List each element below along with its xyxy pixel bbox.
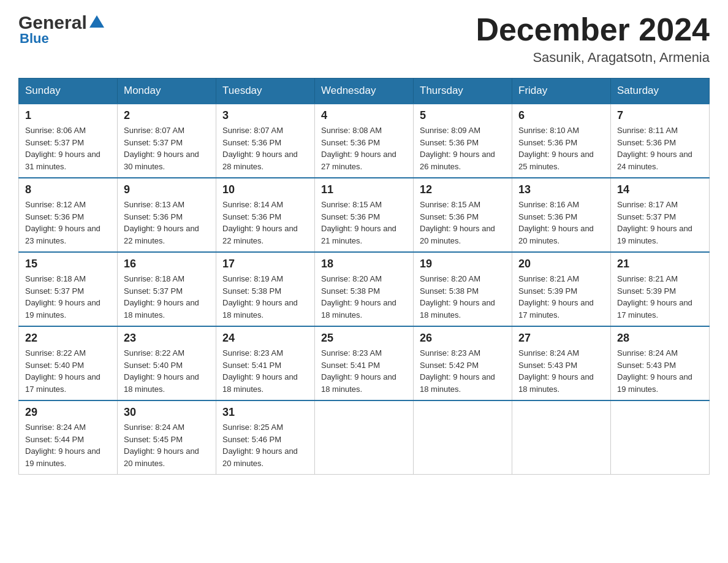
- col-header-saturday: Saturday: [611, 79, 710, 104]
- calendar-cell: 5Sunrise: 8:09 AMSunset: 5:36 PMDaylight…: [414, 104, 512, 178]
- col-header-wednesday: Wednesday: [315, 79, 414, 104]
- day-info: Sunrise: 8:09 AMSunset: 5:36 PMDaylight:…: [420, 124, 506, 172]
- day-number: 5: [420, 109, 506, 122]
- day-number: 13: [518, 183, 604, 196]
- svg-marker-0: [89, 15, 104, 28]
- day-info: Sunrise: 8:21 AMSunset: 5:39 PMDaylight:…: [518, 273, 604, 321]
- calendar-cell: 29Sunrise: 8:24 AMSunset: 5:44 PMDayligh…: [19, 400, 118, 475]
- calendar-cell: 21Sunrise: 8:21 AMSunset: 5:39 PMDayligh…: [611, 252, 710, 326]
- day-number: 25: [321, 332, 407, 345]
- calendar-cell: 28Sunrise: 8:24 AMSunset: 5:43 PMDayligh…: [611, 326, 710, 400]
- day-number: 3: [222, 109, 308, 122]
- day-number: 27: [518, 332, 604, 345]
- day-info: Sunrise: 8:15 AMSunset: 5:36 PMDaylight:…: [420, 199, 506, 247]
- day-info: Sunrise: 8:13 AMSunset: 5:36 PMDaylight:…: [124, 199, 210, 247]
- day-number: 19: [420, 258, 506, 270]
- day-number: 24: [222, 332, 308, 345]
- day-number: 30: [124, 406, 210, 419]
- col-header-thursday: Thursday: [414, 79, 512, 104]
- day-number: 28: [617, 332, 703, 345]
- calendar-cell: 10Sunrise: 8:14 AMSunset: 5:36 PMDayligh…: [216, 178, 315, 252]
- calendar-cell: 11Sunrise: 8:15 AMSunset: 5:36 PMDayligh…: [315, 178, 414, 252]
- week-row-4: 22Sunrise: 8:22 AMSunset: 5:40 PMDayligh…: [19, 326, 710, 400]
- calendar-cell: [512, 400, 611, 475]
- day-number: 7: [617, 109, 703, 122]
- day-info: Sunrise: 8:17 AMSunset: 5:37 PMDaylight:…: [617, 199, 703, 247]
- calendar-cell: 3Sunrise: 8:07 AMSunset: 5:36 PMDaylight…: [216, 104, 315, 178]
- day-info: Sunrise: 8:20 AMSunset: 5:38 PMDaylight:…: [420, 273, 506, 321]
- logo-triangle-icon: [88, 14, 105, 31]
- day-info: Sunrise: 8:06 AMSunset: 5:37 PMDaylight:…: [25, 124, 111, 172]
- day-info: Sunrise: 8:10 AMSunset: 5:36 PMDaylight:…: [518, 124, 604, 172]
- col-header-tuesday: Tuesday: [216, 79, 315, 104]
- day-info: Sunrise: 8:23 AMSunset: 5:42 PMDaylight:…: [420, 347, 506, 395]
- calendar-cell: 18Sunrise: 8:20 AMSunset: 5:38 PMDayligh…: [315, 252, 414, 326]
- day-number: 31: [222, 406, 308, 419]
- day-number: 23: [124, 332, 210, 345]
- calendar-cell: 15Sunrise: 8:18 AMSunset: 5:37 PMDayligh…: [19, 252, 118, 326]
- day-info: Sunrise: 8:21 AMSunset: 5:39 PMDaylight:…: [617, 273, 703, 321]
- calendar-cell: [611, 400, 710, 475]
- calendar-cell: 14Sunrise: 8:17 AMSunset: 5:37 PMDayligh…: [611, 178, 710, 252]
- page-header: General Blue December 2024 Sasunik, Arag…: [18, 12, 710, 66]
- day-info: Sunrise: 8:18 AMSunset: 5:37 PMDaylight:…: [25, 273, 111, 321]
- day-info: Sunrise: 8:22 AMSunset: 5:40 PMDaylight:…: [25, 347, 111, 395]
- day-info: Sunrise: 8:18 AMSunset: 5:37 PMDaylight:…: [124, 273, 210, 321]
- day-number: 29: [25, 406, 111, 419]
- day-info: Sunrise: 8:07 AMSunset: 5:36 PMDaylight:…: [222, 124, 308, 172]
- day-info: Sunrise: 8:24 AMSunset: 5:45 PMDaylight:…: [124, 421, 210, 469]
- calendar-cell: 12Sunrise: 8:15 AMSunset: 5:36 PMDayligh…: [414, 178, 512, 252]
- day-number: 8: [25, 183, 111, 196]
- week-row-1: 1Sunrise: 8:06 AMSunset: 5:37 PMDaylight…: [19, 104, 710, 178]
- calendar-cell: 9Sunrise: 8:13 AMSunset: 5:36 PMDaylight…: [118, 178, 216, 252]
- col-header-sunday: Sunday: [19, 79, 118, 104]
- logo-general: General: [18, 12, 87, 33]
- calendar-cell: 25Sunrise: 8:23 AMSunset: 5:41 PMDayligh…: [315, 326, 414, 400]
- day-info: Sunrise: 8:24 AMSunset: 5:44 PMDaylight:…: [25, 421, 111, 469]
- calendar-table: SundayMondayTuesdayWednesdayThursdayFrid…: [18, 78, 710, 475]
- col-header-monday: Monday: [118, 79, 216, 104]
- day-info: Sunrise: 8:11 AMSunset: 5:36 PMDaylight:…: [617, 124, 703, 172]
- calendar-cell: 2Sunrise: 8:07 AMSunset: 5:37 PMDaylight…: [118, 104, 216, 178]
- calendar-cell: 23Sunrise: 8:22 AMSunset: 5:40 PMDayligh…: [118, 326, 216, 400]
- day-info: Sunrise: 8:23 AMSunset: 5:41 PMDaylight:…: [222, 347, 308, 395]
- title-section: December 2024 Sasunik, Aragatsotn, Armen…: [476, 12, 710, 66]
- day-number: 1: [25, 109, 111, 122]
- day-info: Sunrise: 8:15 AMSunset: 5:36 PMDaylight:…: [321, 199, 407, 247]
- day-info: Sunrise: 8:24 AMSunset: 5:43 PMDaylight:…: [617, 347, 703, 395]
- page-title: December 2024: [476, 12, 710, 47]
- day-number: 9: [124, 183, 210, 196]
- day-info: Sunrise: 8:19 AMSunset: 5:38 PMDaylight:…: [222, 273, 308, 321]
- day-number: 26: [420, 332, 506, 345]
- day-info: Sunrise: 8:16 AMSunset: 5:36 PMDaylight:…: [518, 199, 604, 247]
- calendar-cell: 7Sunrise: 8:11 AMSunset: 5:36 PMDaylight…: [611, 104, 710, 178]
- calendar-cell: 16Sunrise: 8:18 AMSunset: 5:37 PMDayligh…: [118, 252, 216, 326]
- calendar-cell: 19Sunrise: 8:20 AMSunset: 5:38 PMDayligh…: [414, 252, 512, 326]
- calendar-cell: 30Sunrise: 8:24 AMSunset: 5:45 PMDayligh…: [118, 400, 216, 475]
- day-number: 21: [617, 258, 703, 270]
- calendar-cell: 8Sunrise: 8:12 AMSunset: 5:36 PMDaylight…: [19, 178, 118, 252]
- calendar-cell: 1Sunrise: 8:06 AMSunset: 5:37 PMDaylight…: [19, 104, 118, 178]
- day-number: 17: [222, 258, 308, 270]
- calendar-cell: 4Sunrise: 8:08 AMSunset: 5:36 PMDaylight…: [315, 104, 414, 178]
- day-number: 10: [222, 183, 308, 196]
- day-info: Sunrise: 8:22 AMSunset: 5:40 PMDaylight:…: [124, 347, 210, 395]
- day-info: Sunrise: 8:07 AMSunset: 5:37 PMDaylight:…: [124, 124, 210, 172]
- day-info: Sunrise: 8:25 AMSunset: 5:46 PMDaylight:…: [222, 421, 308, 469]
- calendar-cell: 22Sunrise: 8:22 AMSunset: 5:40 PMDayligh…: [19, 326, 118, 400]
- day-number: 16: [124, 258, 210, 270]
- day-number: 4: [321, 109, 407, 122]
- day-number: 15: [25, 258, 111, 270]
- day-info: Sunrise: 8:14 AMSunset: 5:36 PMDaylight:…: [222, 199, 308, 247]
- day-number: 11: [321, 183, 407, 196]
- day-info: Sunrise: 8:24 AMSunset: 5:43 PMDaylight:…: [518, 347, 604, 395]
- calendar-cell: 31Sunrise: 8:25 AMSunset: 5:46 PMDayligh…: [216, 400, 315, 475]
- day-number: 22: [25, 332, 111, 345]
- page-subtitle: Sasunik, Aragatsotn, Armenia: [476, 50, 710, 66]
- day-number: 12: [420, 183, 506, 196]
- calendar-cell: [414, 400, 512, 475]
- day-info: Sunrise: 8:20 AMSunset: 5:38 PMDaylight:…: [321, 273, 407, 321]
- calendar-cell: 17Sunrise: 8:19 AMSunset: 5:38 PMDayligh…: [216, 252, 315, 326]
- day-number: 2: [124, 109, 210, 122]
- calendar-cell: 26Sunrise: 8:23 AMSunset: 5:42 PMDayligh…: [414, 326, 512, 400]
